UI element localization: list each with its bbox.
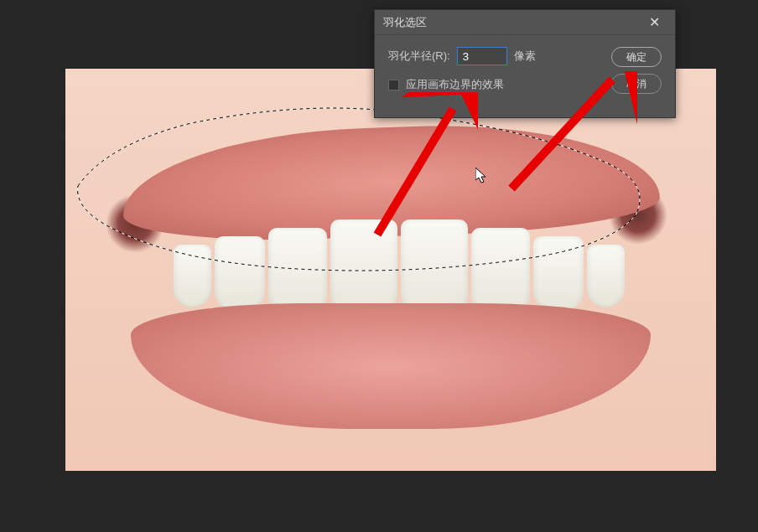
feather-radius-input[interactable] — [457, 47, 507, 65]
dialog-title: 羽化选区 — [383, 15, 641, 30]
close-icon[interactable]: ✕ — [641, 10, 667, 35]
dialog-titlebar[interactable]: 羽化选区 ✕ — [375, 10, 675, 35]
canvas-bounds-label: 应用画布边界的效果 — [406, 77, 504, 92]
cancel-button[interactable]: 取消 — [611, 74, 662, 94]
canvas-bounds-checkbox[interactable] — [388, 80, 399, 90]
radius-label: 羽化半径(R): — [388, 49, 450, 64]
feather-selection-dialog: 羽化选区 ✕ 羽化半径(R): 像素 应用画布边界的效果 确定 取消 — [374, 9, 676, 118]
image-content — [89, 111, 693, 446]
canvas-area[interactable] — [65, 69, 716, 471]
ok-button[interactable]: 确定 — [611, 47, 662, 67]
radius-unit: 像素 — [514, 49, 536, 64]
